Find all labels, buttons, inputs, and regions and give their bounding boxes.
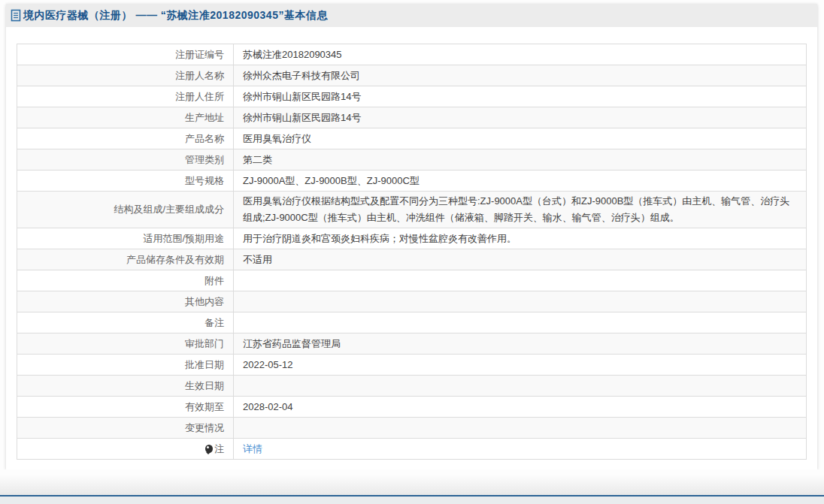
row-label: 注册证编号 bbox=[17, 44, 234, 65]
footer-gap bbox=[0, 469, 824, 495]
row-value bbox=[234, 418, 807, 439]
row-label: 生产地址 bbox=[17, 107, 234, 128]
table-row: 其他内容 bbox=[17, 291, 807, 312]
row-value: 医用臭氧治疗仪 bbox=[234, 128, 807, 149]
row-value bbox=[234, 291, 807, 312]
registration-info-table: 注册证编号苏械注准20182090345注册人名称徐州众杰电子科技有限公司注册人… bbox=[17, 44, 807, 460]
row-label: 批准日期 bbox=[17, 355, 234, 376]
table-row: 产品储存条件及有效期不适用 bbox=[17, 249, 807, 270]
row-value: 详情 bbox=[234, 439, 807, 460]
row-label: 有效期至 bbox=[17, 397, 234, 418]
registration-table-body: 注册证编号苏械注准20182090345注册人名称徐州众杰电子科技有限公司注册人… bbox=[17, 44, 807, 460]
row-label: 产品名称 bbox=[17, 128, 234, 149]
row-label: 注 bbox=[17, 439, 234, 460]
row-value: 徐州众杰电子科技有限公司 bbox=[234, 65, 807, 86]
table-row: 产品名称医用臭氧治疗仪 bbox=[17, 128, 807, 149]
table-row: 变更情况 bbox=[17, 418, 807, 439]
row-value bbox=[234, 376, 807, 397]
table-row: 有效期至2028-02-04 bbox=[17, 397, 807, 418]
table-row: 生效日期 bbox=[17, 376, 807, 397]
row-label: 其他内容 bbox=[17, 291, 234, 312]
table-row: 结构及组成/主要组成成分医用臭氧治疗仪根据结构型式及配置不同分为三种型号:ZJ-… bbox=[17, 192, 807, 228]
row-label: 备注 bbox=[17, 312, 234, 333]
content-card: 境内医疗器械（注册） —— “苏械注准20182090345”基本信息 注册证编… bbox=[6, 4, 817, 469]
row-value: ZJ-9000A型、ZJ-9000B型、ZJ-9000C型 bbox=[234, 171, 807, 192]
row-value: 医用臭氧治疗仪根据结构型式及配置不同分为三种型号:ZJ-9000A型（台式）和Z… bbox=[234, 192, 807, 228]
table-row: 注册人住所徐州市铜山新区民园路14号 bbox=[17, 86, 807, 107]
row-value: 徐州市铜山新区民园路14号 bbox=[234, 86, 807, 107]
row-label: 产品储存条件及有效期 bbox=[17, 249, 234, 270]
row-label: 注册人名称 bbox=[17, 65, 234, 86]
row-label: 变更情况 bbox=[17, 418, 234, 439]
table-row: 注册人名称徐州众杰电子科技有限公司 bbox=[17, 65, 807, 86]
row-label: 型号规格 bbox=[17, 171, 234, 192]
row-value bbox=[234, 312, 807, 333]
row-value bbox=[234, 270, 807, 291]
row-value: 江苏省药品监督管理局 bbox=[234, 333, 807, 355]
details-link[interactable]: 详情 bbox=[243, 443, 262, 454]
row-value: 徐州市铜山新区民园路14号 bbox=[234, 107, 807, 128]
row-label: 附件 bbox=[17, 270, 234, 291]
table-row: 适用范围/预期用途用于治疗阴道炎和宫颈炎妇科疾病；对慢性盆腔炎有改善作用。 bbox=[17, 228, 807, 249]
row-label: 注册人住所 bbox=[17, 86, 234, 107]
row-value: 用于治疗阴道炎和宫颈炎妇科疾病；对慢性盆腔炎有改善作用。 bbox=[234, 228, 807, 249]
balloon-icon bbox=[205, 445, 213, 453]
page-title: 境内医疗器械（注册） —— “苏械注准20182090345”基本信息 bbox=[23, 9, 328, 23]
table-row: 型号规格ZJ-9000A型、ZJ-9000B型、ZJ-9000C型 bbox=[17, 171, 807, 192]
row-label: 管理类别 bbox=[17, 149, 234, 171]
row-label: 审批部门 bbox=[17, 333, 234, 355]
table-row: 注册证编号苏械注准20182090345 bbox=[17, 44, 807, 65]
card-content: 注册证编号苏械注准20182090345注册人名称徐州众杰电子科技有限公司注册人… bbox=[6, 27, 817, 469]
row-value: 2022-05-12 bbox=[234, 355, 807, 376]
table-row: 附件 bbox=[17, 270, 807, 291]
table-row: 备注 bbox=[17, 312, 807, 333]
document-icon bbox=[11, 9, 21, 22]
page: 境内医疗器械（注册） —— “苏械注准20182090345”基本信息 注册证编… bbox=[0, 0, 824, 504]
row-value: 苏械注准20182090345 bbox=[234, 44, 807, 65]
page-header: 境内医疗器械（注册） —— “苏械注准20182090345”基本信息 bbox=[6, 4, 817, 27]
row-value: 2028-02-04 bbox=[234, 397, 807, 418]
row-value: 第二类 bbox=[234, 149, 807, 171]
table-row: 审批部门江苏省药品监督管理局 bbox=[17, 333, 807, 355]
row-label: 适用范围/预期用途 bbox=[17, 228, 234, 249]
table-row: 管理类别第二类 bbox=[17, 149, 807, 171]
table-row: 注详情 bbox=[17, 439, 807, 460]
table-row: 生产地址徐州市铜山新区民园路14号 bbox=[17, 107, 807, 128]
row-value: 不适用 bbox=[234, 249, 807, 270]
row-label: 生效日期 bbox=[17, 376, 234, 397]
row-label: 结构及组成/主要组成成分 bbox=[17, 192, 234, 228]
table-row: 批准日期2022-05-12 bbox=[17, 355, 807, 376]
footer-strip bbox=[0, 495, 824, 504]
